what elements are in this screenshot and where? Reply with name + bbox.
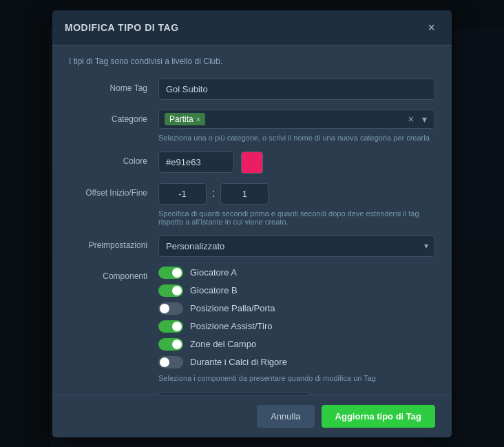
category-tag-partita: Partita × [165,113,205,125]
color-hex-input[interactable] [158,152,234,173]
component-row-calci-rigore: Durante i Calci di Rigore [158,356,435,368]
toggle-giocatore-a[interactable] [158,267,183,279]
categorie-row: Categorie Partita × × ▾ Seleziona una o … [69,110,435,142]
category-clear-button[interactable]: × [406,114,416,125]
modal-body: I tipi di Tag sono condivisi a livello d… [52,45,452,395]
update-button[interactable]: Aggiorna tipo di Tag [322,405,435,428]
traccia-select-wrap: Traccia Principale Traccia Secondaria ▾ [158,392,310,395]
modal-header: MODIFICA TIPO DI TAG × [52,10,452,45]
component-label-giocatore-b: Giocatore B [190,285,238,295]
close-button[interactable]: × [423,20,439,35]
toggle-knob-posizione-assist [172,322,182,331]
preimpostazioni-label: Preimpostazioni [69,236,158,250]
offset-start-input[interactable] [158,183,207,205]
modal-overlay: MODIFICA TIPO DI TAG × I tipi di Tag son… [0,0,504,447]
nome-tag-row: Nome Tag [69,79,435,100]
component-label-zone-campo: Zone del Campo [190,339,256,349]
offset-hint: Specifica di quanti secondi prima e quan… [158,209,435,226]
toggle-knob-zone-campo [172,340,182,349]
categorie-label: Categorie [69,110,158,124]
component-label-posizione-assist: Posizione Assist/Tiro [190,321,272,331]
componenti-row: Componenti Giocatore A [69,267,435,382]
component-label-calci-rigore: Durante i Calci di Rigore [190,357,287,367]
toggle-zone-campo[interactable] [158,338,183,351]
color-swatch[interactable] [241,152,263,174]
component-row-posizione-palla: Posizione Palla/Porta [158,302,435,315]
category-tag-remove[interactable]: × [196,115,200,123]
nome-tag-control [158,79,435,100]
modal-footer: Annulla Aggiorna tipo di Tag [52,395,452,437]
traccia-select[interactable]: Traccia Principale Traccia Secondaria [158,392,310,395]
categorie-control: Partita × × ▾ Seleziona una o più catego… [158,110,435,142]
offset-control: : Specifica di quanti secondi prima e qu… [158,183,435,226]
component-label-posizione-palla: Posizione Palla/Porta [190,303,275,313]
toggle-giocatore-b[interactable] [158,284,183,297]
toggle-knob-calci-rigore [160,357,169,367]
componenti-hint: Seleziona i componenti da presentare qua… [158,374,435,382]
component-label-giocatore-a: Giocatore A [190,267,237,278]
toggle-knob-giocatore-b [172,286,182,295]
componenti-control: Giocatore A Giocatore B [158,267,435,382]
category-tag-label: Partita [169,114,193,124]
category-dropdown-button[interactable]: ▾ [420,114,429,125]
color-row [158,152,435,174]
components-list: Giocatore A Giocatore B [158,267,435,368]
component-row-giocatore-a: Giocatore A [158,267,435,279]
colore-row: Colore [69,152,435,174]
category-field[interactable]: Partita × × ▾ [158,110,435,129]
nome-tag-input[interactable] [158,79,435,100]
modal-title: MODIFICA TIPO DI TAG [65,22,179,33]
offset-label: Offset Inizio/Fine [69,183,158,198]
colore-control [158,152,435,174]
component-row-posizione-assist: Posizione Assist/Tiro [158,320,435,333]
preimpostazioni-select[interactable]: Personalizzato Standard Avanzato [158,236,435,257]
toggle-knob-giocatore-a [172,268,182,278]
toggle-knob-posizione-palla [160,304,169,313]
offset-separator: : [212,187,215,200]
toggle-calci-rigore[interactable] [158,356,183,368]
toggle-posizione-palla[interactable] [158,302,183,315]
componenti-label: Componenti [69,267,158,281]
component-row-zone-campo: Zone del Campo [158,338,435,351]
preimpostazioni-control: Personalizzato Standard Avanzato ▾ [158,236,435,257]
offset-end-input[interactable] [220,183,269,205]
cancel-button[interactable]: Annulla [257,405,314,428]
preimpostazioni-row: Preimpostazioni Personalizzato Standard … [69,236,435,257]
toggle-posizione-assist[interactable] [158,320,183,333]
offset-row: Offset Inizio/Fine : Specifica di quanti… [69,183,435,226]
categorie-hint: Seleziona una o più categorie, o scrivi … [158,134,435,142]
category-actions: × ▾ [406,114,429,125]
nome-tag-label: Nome Tag [69,79,158,93]
component-row-giocatore-b: Giocatore B [158,284,435,297]
offset-inputs: : [158,183,435,205]
preimpostazioni-select-wrap: Personalizzato Standard Avanzato ▾ [158,236,435,257]
modal-subtitle: I tipi di Tag sono condivisi a livello d… [69,56,435,66]
modal-dialog: MODIFICA TIPO DI TAG × I tipi di Tag son… [52,10,452,437]
colore-label: Colore [69,152,158,166]
